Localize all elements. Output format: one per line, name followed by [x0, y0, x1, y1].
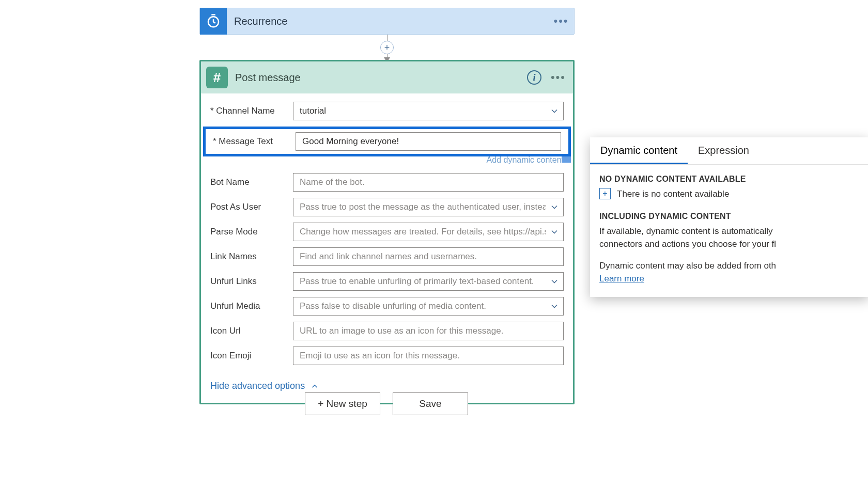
unfurl-links-label: Unfurl Links	[210, 276, 293, 287]
dc-no-content-title: NO DYNAMIC CONTENT AVAILABLE	[599, 173, 860, 185]
parse-mode-label: Parse Mode	[210, 227, 293, 237]
new-step-button[interactable]: + New step	[305, 392, 380, 415]
hide-advanced-link[interactable]: Hide advanced options	[210, 381, 319, 391]
icon-emoji-input[interactable]	[293, 347, 564, 365]
field-unfurl-links: Unfurl Links	[210, 272, 564, 291]
plus-icon[interactable]: +	[599, 188, 611, 199]
tab-expression[interactable]: Expression	[688, 137, 760, 164]
learn-more-link[interactable]: Learn more	[599, 273, 860, 286]
dc-including-line-2: connectors and actions you choose for yo…	[599, 238, 860, 251]
dc-no-content-text: There is no content available	[617, 188, 729, 201]
unfurl-links-input[interactable]	[293, 272, 564, 291]
recurrence-icon	[200, 8, 227, 35]
post-as-user-input[interactable]	[293, 198, 564, 216]
bot-name-input[interactable]	[293, 173, 564, 192]
field-parse-mode: Parse Mode	[210, 223, 564, 241]
trigger-more-icon[interactable]: •••	[548, 14, 574, 28]
link-names-input[interactable]	[293, 247, 564, 266]
field-channel-name: * Channel Name	[210, 102, 564, 120]
unfurl-media-input[interactable]	[293, 297, 564, 316]
connector: +	[387, 35, 388, 60]
field-icon-emoji: Icon Emoji	[210, 347, 564, 365]
parse-mode-input[interactable]	[293, 223, 564, 241]
action-header[interactable]: # Post message i •••	[201, 61, 573, 93]
unfurl-media-label: Unfurl Media	[210, 301, 293, 311]
action-card: # Post message i ••• * Channel Name * Me…	[199, 60, 575, 404]
icon-url-input[interactable]	[293, 322, 564, 340]
field-bot-name: Bot Name	[210, 173, 564, 192]
channel-name-input[interactable]	[293, 102, 564, 120]
trigger-title: Recurrence	[227, 15, 548, 27]
dc-including-line-1: If available, dynamic content is automat…	[599, 225, 860, 238]
message-text-input[interactable]	[296, 132, 561, 151]
trigger-card[interactable]: Recurrence •••	[199, 8, 575, 35]
add-action-button[interactable]: +	[380, 41, 394, 54]
icon-emoji-label: Icon Emoji	[210, 351, 293, 361]
info-icon[interactable]: i	[527, 70, 541, 85]
save-button[interactable]: Save	[393, 392, 468, 415]
field-post-as-user: Post As User	[210, 198, 564, 216]
action-title: Post message	[228, 72, 527, 84]
dc-including-line-3: Dynamic content may also be added from o…	[599, 260, 860, 273]
dc-tabs: Dynamic content Expression	[590, 137, 868, 165]
field-icon-url: Icon Url	[210, 322, 564, 340]
dynamic-flyout-tab	[562, 154, 571, 163]
field-link-names: Link Names	[210, 247, 564, 266]
message-text-label: * Message Text	[213, 136, 296, 147]
dynamic-content-panel: Dynamic content Expression NO DYNAMIC CO…	[590, 137, 868, 297]
action-more-icon[interactable]: •••	[551, 71, 566, 84]
icon-url-label: Icon Url	[210, 326, 293, 336]
footer-buttons: + New step Save	[305, 392, 468, 415]
link-names-label: Link Names	[210, 251, 293, 262]
post-as-user-label: Post As User	[210, 202, 293, 212]
chevron-up-icon	[310, 382, 319, 391]
bot-name-label: Bot Name	[210, 177, 293, 187]
slack-icon: #	[206, 67, 228, 88]
channel-name-label: * Channel Name	[210, 106, 293, 116]
field-message-text: * Message Text	[203, 127, 571, 156]
add-dynamic-content-link[interactable]: Add dynamic content	[210, 159, 564, 166]
dc-including-title: INCLUDING DYNAMIC CONTENT	[599, 210, 860, 222]
field-unfurl-media: Unfurl Media	[210, 297, 564, 316]
tab-dynamic-content[interactable]: Dynamic content	[590, 137, 688, 164]
